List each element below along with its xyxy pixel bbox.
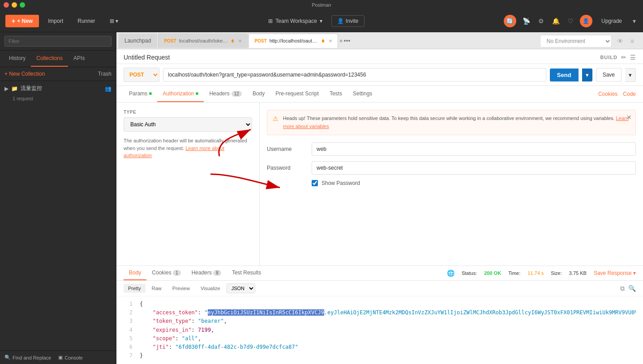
url-input[interactable] [163, 68, 546, 81]
trash-button[interactable]: Trash [98, 71, 111, 77]
close-button[interactable] [4, 2, 9, 8]
params-tab[interactable]: Params [124, 86, 157, 102]
env-settings-button[interactable]: ≡ [629, 36, 636, 47]
warning-box: ⚠ Heads up! These parameters hold sensit… [267, 110, 636, 135]
plus-icon: + [12, 17, 15, 25]
raw-button[interactable]: Raw [147, 284, 166, 293]
code-line-1: 1 { [124, 300, 636, 308]
minimize-button[interactable] [12, 2, 17, 8]
body-tab[interactable]: Body [247, 86, 270, 102]
authorization-tab[interactable]: Authorization [157, 86, 204, 102]
tab-history[interactable]: History [4, 51, 31, 67]
tests-tab[interactable]: Tests [324, 86, 347, 102]
main-layout: History Collections APIs + New Collectio… [0, 32, 643, 364]
send-button[interactable]: Send [550, 69, 579, 81]
params-dot [149, 92, 152, 95]
heart-button[interactable]: ♡ [566, 16, 575, 26]
auth-dot [196, 92, 198, 95]
code-link[interactable]: Code [623, 91, 636, 97]
profile-button[interactable]: 👤 [580, 15, 592, 27]
format-json-selector[interactable]: JSON [227, 283, 255, 293]
workspace-label: Team Workspace [275, 18, 317, 24]
bell-button[interactable]: 🔔 [550, 16, 562, 26]
settings-button[interactable]: ⚙ [536, 16, 546, 26]
method-selector[interactable]: POST [124, 68, 159, 82]
cookies-link[interactable]: Cookies [598, 91, 617, 97]
search-response-button[interactable]: 🔍 [628, 285, 636, 292]
tab-apis[interactable]: APIs [68, 51, 90, 67]
description-icon[interactable]: ☰ [630, 54, 636, 61]
header-actions: BUILD ✏ ☰ [600, 54, 636, 61]
send-dropdown-button[interactable]: ▾ [582, 69, 592, 81]
save-response-chevron: ▾ [633, 270, 636, 276]
app-title: Postman [312, 2, 331, 8]
launchpad-tab[interactable]: Launchpad [118, 34, 157, 48]
env-eye-button[interactable]: 👁 [615, 36, 625, 47]
code-line-6: 6 "jti": "6fd030ff-4daf-482c-b7d9-d99e7d… [124, 343, 636, 351]
resp-body-tab[interactable]: Body [124, 266, 146, 280]
workspace-button[interactable]: ⊞ Team Workspace ▾ [263, 15, 327, 27]
headers-tab[interactable]: Headers 12 [204, 86, 247, 102]
sync-button[interactable]: 🔄 [504, 15, 516, 27]
import-button[interactable]: Import [43, 15, 69, 27]
sidebar-bottom: 🔍 Find and Replace ▣ Console [0, 351, 116, 364]
tab-post-1[interactable]: POST localhost/oauth/token?grant_t... ✕ [158, 34, 248, 48]
new-collection-button[interactable]: + New Collection [4, 71, 45, 77]
new-button[interactable]: + + New [5, 15, 39, 27]
tab2-close-icon[interactable]: ✕ [329, 39, 332, 43]
copy-response-button[interactable]: ⧉ [620, 285, 625, 292]
headers-label: Headers [209, 90, 229, 97]
tab1-close-icon[interactable]: ✕ [238, 39, 242, 43]
tab2-dirty-dot [322, 39, 324, 43]
build-button[interactable]: BUILD [600, 55, 617, 60]
find-replace-button[interactable]: 🔍 Find and Replace [4, 355, 51, 360]
auth-description: The authorization header will be automat… [124, 137, 252, 159]
upgrade-button[interactable]: Upgrade [597, 16, 626, 26]
maximize-button[interactable] [20, 2, 25, 8]
satellite-icon[interactable]: 📡 [521, 16, 532, 26]
line-number-5: 5 [124, 334, 133, 343]
tab-post-2[interactable]: POST http://localhost/oauth/token?... ✕ [249, 34, 338, 48]
status-value: 200 OK [484, 270, 501, 276]
resp-cookies-badge: 1 [173, 270, 181, 276]
resp-headers-badge: 8 [213, 270, 221, 276]
line-number-1: 1 [124, 300, 133, 308]
pretty-button[interactable]: Pretty [124, 284, 146, 293]
settings-tab[interactable]: Settings [347, 86, 377, 102]
save-button[interactable]: Save [596, 68, 622, 81]
console-button[interactable]: ▣ Console [58, 355, 82, 360]
username-row: Username [267, 142, 636, 156]
resp-test-results-tab[interactable]: Test Results [227, 266, 266, 280]
runner-button[interactable]: Runner [72, 15, 100, 27]
show-password-checkbox[interactable] [312, 180, 318, 186]
type-label: TYPE [124, 110, 252, 115]
layout-button[interactable]: ⊞ ▾ [104, 15, 124, 27]
collection-item[interactable]: ▶ 📁 流量监控 👥 [0, 81, 116, 96]
save-response-label: Save Response [594, 270, 632, 276]
auth-type-selector[interactable]: Basic Auth [124, 117, 252, 132]
more-tabs-button[interactable]: ••• [344, 37, 351, 44]
code-line-7: 7 } [124, 351, 636, 360]
resp-cookies-tab[interactable]: Cookies 1 [146, 266, 186, 280]
code-line-4: 4 "expires_in": 7199, [124, 326, 636, 334]
console-label: Console [64, 355, 82, 360]
username-input[interactable] [312, 142, 636, 156]
resp-headers-tab[interactable]: Headers 8 [186, 266, 227, 280]
env-selector[interactable]: No Environment [540, 35, 612, 47]
tab-collections[interactable]: Collections [31, 51, 68, 67]
find-replace-label: Find and Replace [13, 355, 51, 360]
upgrade-chevron[interactable]: ▾ [631, 16, 638, 26]
pre-request-tab[interactable]: Pre-request Script [270, 86, 324, 102]
filter-input[interactable] [4, 36, 111, 47]
time-label: Time: [508, 270, 520, 276]
save-response-button[interactable]: Save Response ▾ [594, 270, 636, 276]
invite-button[interactable]: 👤 Invite [331, 15, 364, 27]
add-tab-button[interactable]: + [339, 37, 343, 44]
collection-requests-count: 1 request [0, 96, 116, 101]
edit-icon[interactable]: ✏ [621, 54, 626, 61]
warning-close-button[interactable]: ✕ [626, 114, 632, 121]
save-dropdown-button[interactable]: ▾ [625, 68, 636, 82]
password-input[interactable] [312, 161, 636, 175]
preview-button[interactable]: Preview [168, 284, 194, 293]
visualize-button[interactable]: Visualize [196, 284, 225, 293]
